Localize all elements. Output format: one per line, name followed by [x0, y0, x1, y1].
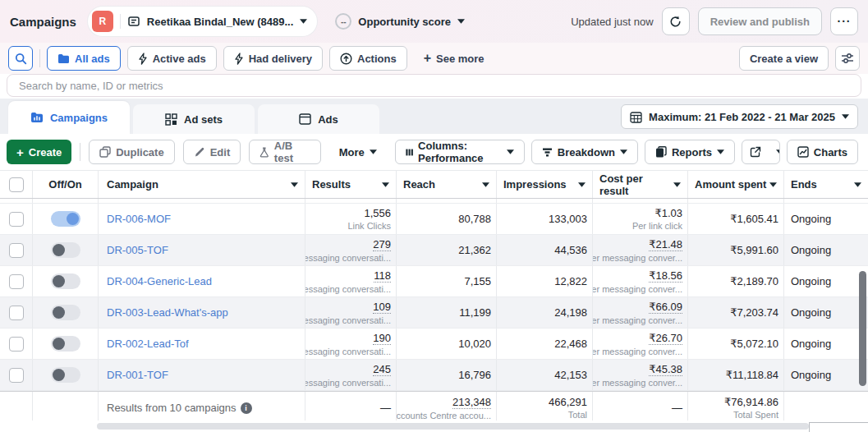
cost-type: Per link click — [632, 221, 682, 231]
divider — [120, 14, 121, 29]
ends-value: Ongoing — [791, 306, 831, 319]
score-ring: -- — [335, 13, 351, 30]
charts-button[interactable]: Charts — [787, 140, 858, 164]
see-more-button[interactable]: + See more — [414, 46, 494, 71]
plus-icon: + — [16, 145, 24, 159]
export-options-button[interactable] — [769, 140, 780, 163]
reach-value: 16,796 — [458, 369, 491, 381]
ab-test-button[interactable]: A/B test — [249, 140, 321, 164]
columns-menu[interactable]: Columns: Performance — [395, 140, 525, 164]
pencil-icon — [194, 146, 205, 158]
filter-active-ads[interactable]: Active ads — [127, 46, 217, 71]
campaign-toggle[interactable] — [51, 211, 80, 227]
campaign-toggle[interactable] — [51, 336, 80, 352]
results-type: Messaging conversati... — [305, 378, 391, 388]
impressions-value: 42,153 — [554, 369, 587, 381]
account-name: Reetikaa Bindal_New (8489... — [147, 16, 293, 28]
columns-label: Columns: Performance — [418, 140, 502, 164]
sort-caret-icon[interactable] — [578, 182, 586, 187]
view-settings-button[interactable] — [835, 46, 860, 71]
amount-spent-value: ₹5,991.60 — [730, 244, 778, 256]
campaign-name-link[interactable]: DR-004-Generic-Lead — [107, 275, 212, 287]
action-toolbar: + Create Duplicate Edit A/B test More — [0, 134, 868, 171]
campaign-toggle[interactable] — [51, 305, 80, 320]
row-checkbox[interactable] — [9, 212, 24, 227]
campaign-name-link[interactable]: DR-002-Lead-Tof — [107, 338, 189, 350]
row-checkbox[interactable] — [9, 368, 24, 383]
reports-menu[interactable]: Reports — [645, 140, 735, 164]
create-a-view-button[interactable]: Create a view — [739, 46, 829, 71]
tab-campaigns[interactable]: Campaigns — [8, 101, 130, 134]
review-and-publish-button[interactable]: Review and publish — [698, 7, 822, 35]
search-button[interactable] — [8, 46, 33, 71]
horizontal-scrollbar-thumb[interactable] — [97, 423, 809, 430]
results-value[interactable]: 245 — [373, 363, 391, 376]
row-checkbox[interactable] — [9, 306, 24, 320]
filter-all-ads[interactable]: All ads — [47, 46, 121, 71]
results-value[interactable]: 1,556 — [364, 207, 391, 219]
results-value[interactable]: 118 — [374, 269, 391, 283]
filter-label: All ads — [75, 53, 110, 65]
row-checkbox[interactable] — [9, 274, 24, 289]
cost-total: — — [672, 402, 682, 414]
date-range-selector[interactable]: Maximum: 21 Feb 2022 - 21 Mar 2025 — [621, 104, 858, 129]
create-button[interactable]: + Create — [7, 140, 71, 164]
reach-total[interactable]: 213,348 — [452, 396, 491, 409]
refresh-icon — [668, 15, 682, 29]
vertical-scrollbar-thumb[interactable] — [859, 271, 866, 386]
page-title: Campaigns — [10, 15, 76, 29]
more-options-button[interactable]: ··· — [830, 7, 858, 35]
filter-actions[interactable]: Actions — [329, 46, 407, 71]
more-menu[interactable]: More — [329, 140, 387, 164]
table-row: DR-002-Lead-Tof 190Messaging conversati.… — [0, 329, 868, 360]
refresh-button[interactable] — [662, 7, 690, 35]
chevron-down-icon — [507, 149, 514, 154]
cost-per-result-value: ₹1.03 — [654, 207, 682, 219]
campaign-toggle[interactable] — [51, 367, 80, 383]
row-checkbox[interactable] — [9, 337, 24, 352]
campaign-name-link[interactable]: DR-001-TOF — [107, 369, 168, 381]
breakdown-menu[interactable]: Breakdown — [531, 140, 638, 164]
see-more-label: See more — [436, 53, 485, 65]
filter-had-delivery[interactable]: Had delivery — [223, 46, 323, 71]
opportunity-score[interactable]: -- Opportunity score — [335, 13, 465, 30]
select-all-checkbox[interactable] — [9, 177, 24, 192]
tab-ads[interactable]: Ads — [258, 104, 379, 134]
columns-icon — [406, 147, 413, 158]
account-selector[interactable]: R Reetikaa Bindal_New (8489... — [88, 7, 317, 36]
sort-caret-icon[interactable] — [291, 182, 298, 187]
chart-icon — [797, 146, 809, 158]
chevron-down-icon — [300, 19, 307, 24]
impressions-total-type: Total — [568, 410, 587, 420]
sort-caret-icon[interactable] — [673, 182, 681, 187]
campaign-name-link[interactable]: DR-005-TOF — [107, 244, 168, 256]
results-value[interactable]: 279 — [373, 238, 391, 251]
sort-caret-icon[interactable] — [769, 182, 777, 187]
edit-button[interactable]: Edit — [183, 140, 241, 164]
col-ends: Ends — [791, 178, 817, 191]
campaign-toggle[interactable] — [51, 242, 80, 258]
sort-caret-icon[interactable] — [854, 182, 861, 187]
impressions-total: 466,291 — [549, 396, 587, 408]
sort-caret-icon[interactable] — [382, 182, 389, 187]
results-value[interactable]: 109 — [373, 301, 391, 314]
row-checkbox[interactable] — [9, 243, 24, 258]
corner-widget — [809, 422, 868, 432]
info-icon[interactable]: i — [241, 402, 252, 414]
results-value[interactable]: 190 — [373, 332, 391, 345]
opportunity-score-label: Opportunity score — [358, 16, 451, 28]
impressions-value: 133,003 — [549, 213, 587, 225]
tab-ad-sets[interactable]: Ad sets — [133, 104, 255, 134]
duplicate-button[interactable]: Duplicate — [89, 140, 175, 164]
search-input[interactable] — [7, 74, 861, 97]
date-range-label: Maximum: 21 Feb 2022 - 21 Mar 2025 — [649, 111, 835, 123]
campaign-toggle[interactable] — [51, 273, 80, 289]
account-avatar: R — [92, 11, 113, 32]
col-reach: Reach — [403, 178, 435, 191]
export-button[interactable] — [742, 140, 769, 163]
tab-label: Ad sets — [184, 113, 223, 126]
ab-test-label: A/B test — [274, 140, 310, 164]
campaign-name-link[interactable]: DR-006-MOF — [107, 213, 171, 225]
sort-caret-icon[interactable] — [482, 182, 489, 187]
campaign-name-link[interactable]: DR-003-Lead-What's-app — [107, 306, 228, 319]
